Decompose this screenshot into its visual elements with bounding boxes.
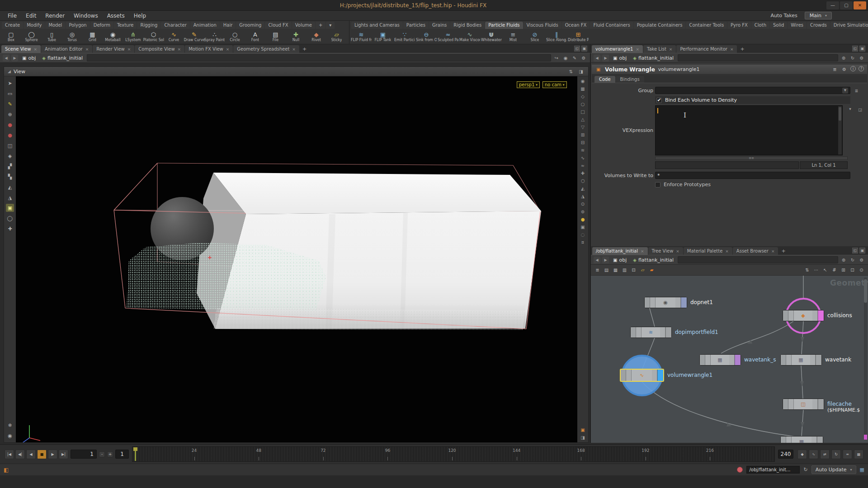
shelf-tab-cloth[interactable]: Cloth (751, 22, 769, 29)
shelf-tool-sculpted-pa[interactable]: ≈Sculpted Pa... (437, 31, 459, 42)
diagonal-icon[interactable]: ◇ (581, 94, 585, 99)
breadcrumb-node[interactable]: ◈flattank_initial (631, 257, 676, 263)
shelf-tab-texture[interactable]: Texture (114, 22, 137, 29)
breadcrumb-context[interactable]: ▣obj (20, 55, 38, 61)
down-axis-icon[interactable]: ▽ (581, 124, 585, 130)
template-flag[interactable] (652, 370, 657, 381)
lock-flag[interactable] (705, 355, 711, 365)
viewport-canvas[interactable]: persp1▾ no cam▾ (16, 76, 577, 442)
back-icon[interactable]: ◀ (594, 257, 600, 263)
network-tab-tree-view[interactable]: Tree View× (648, 247, 683, 255)
shelf-tab-add[interactable]: + (316, 22, 326, 29)
remove-view-icon[interactable]: ⊟ (581, 140, 585, 145)
shelf-tab-character[interactable]: Character (161, 22, 189, 29)
view-options-icon[interactable]: ◉ (581, 78, 585, 84)
dashed-display-icon[interactable]: ◌ (581, 232, 585, 238)
export-view-icon[interactable]: ↪ (553, 54, 560, 61)
collapse-caret-icon[interactable]: ◢ (8, 69, 11, 74)
tab-close-icon[interactable]: × (730, 47, 734, 52)
node-wavetank_s[interactable]: ▦ (699, 354, 741, 366)
loop-icon[interactable]: ⇄ (820, 450, 830, 459)
maximize-pane-icon[interactable]: ▣ (581, 46, 587, 52)
playbar-options-icon[interactable]: ≡ (843, 450, 852, 459)
enforce-checkbox[interactable]: ✔ (655, 182, 660, 188)
shelf-tool-grid[interactable]: ▦Grid (82, 31, 103, 42)
template-flag[interactable] (675, 297, 681, 308)
snap-icon[interactable]: ◈ (6, 152, 14, 160)
settings-icon[interactable]: ⚙ (858, 256, 865, 263)
step-forward-button[interactable]: ▶| (59, 450, 68, 459)
info-icon[interactable]: i (850, 66, 856, 71)
menu-assets[interactable]: Assets (103, 12, 129, 20)
spreadsheet-icon[interactable]: ▦ (860, 467, 864, 473)
shelf-tab-lights-and-cameras[interactable]: Lights and Cameras (351, 22, 403, 29)
shelf-tool-metaball[interactable]: ◉Metaball (103, 31, 123, 42)
lock-flag[interactable] (786, 355, 792, 365)
lock-flag[interactable] (650, 297, 656, 308)
shelf-tool-sink-from-o[interactable]: ⊖Sink from O... (415, 31, 437, 42)
backfaces-icon[interactable]: ◮ (6, 193, 14, 202)
column-mode-icon[interactable]: ▥ (621, 266, 628, 274)
breadcrumb-node[interactable]: ◈flattank_initial (40, 55, 85, 61)
crosshair-icon[interactable]: ✚ (581, 170, 585, 176)
snapshot-view-icon[interactable]: ◨ (580, 435, 585, 441)
motion-icon[interactable]: ∿ (809, 450, 818, 459)
shelf-tab-particles[interactable]: Particles (403, 22, 429, 29)
shelf-tool-box[interactable]: ▢Box (1, 31, 21, 42)
network-tab-obj-flattank-initial[interactable]: /obj/flattank_initial× (592, 247, 648, 255)
sync-icon[interactable]: ↻ (849, 54, 856, 61)
split-pane-icon[interactable]: ◱ (574, 46, 580, 52)
handles-display-icon[interactable]: ¤ (581, 239, 584, 245)
shelf-tool-distribute-p[interactable]: ⊞Distribute P... (567, 31, 589, 42)
display-flag[interactable] (816, 355, 821, 365)
menu-windows[interactable]: Windows (70, 12, 102, 20)
display-flag[interactable] (735, 355, 741, 365)
layout-icon[interactable]: ◫ (6, 141, 14, 150)
tab-close-icon[interactable]: × (771, 249, 775, 253)
shelf-tab-deform[interactable]: Deform (90, 22, 113, 29)
menu-render[interactable]: Render (41, 12, 69, 20)
tab-scene-view[interactable]: Scene View× (1, 45, 41, 53)
hexagon-icon[interactable]: ⬡ (581, 178, 585, 184)
maximize-button[interactable]: ▢ (840, 1, 853, 9)
editor-resize-handle[interactable]: ≡≡ (655, 156, 848, 160)
collapse-icon[interactable]: ⊟ (630, 266, 637, 274)
shelf-tab-grooming[interactable]: Grooming (236, 22, 264, 29)
frame-ruler[interactable]: 24487296120144168192216 (132, 446, 775, 462)
expand-editor-icon[interactable]: ◲ (857, 106, 863, 113)
camera-fallback-menu[interactable]: no cam▾ (542, 81, 567, 88)
input-flag[interactable] (781, 436, 786, 443)
tab-animation-editor[interactable]: Animation Editor× (41, 45, 92, 53)
pin-icon[interactable]: ⊕ (840, 256, 847, 263)
recook-icon[interactable]: ↻ (803, 467, 807, 473)
input-flag[interactable] (631, 327, 636, 338)
path-input[interactable] (87, 54, 551, 61)
shelf-tab-ocean-fx[interactable]: Ocean FX (562, 22, 590, 29)
shelf-tab-particle-fluids[interactable]: Particle Fluids (485, 22, 523, 29)
shelf-tool-draw-curve[interactable]: ✎Draw Curve (184, 31, 204, 42)
normals-right-icon[interactable]: ◮ (581, 193, 585, 199)
network-scrollbar[interactable] (864, 277, 867, 440)
layout-split-icon[interactable]: ⇅ (567, 68, 575, 75)
grid-toggle-icon[interactable]: ▦ (580, 86, 585, 92)
current-frame-input[interactable]: 1 (71, 450, 97, 459)
shelf-tab-model[interactable]: Model (45, 22, 65, 29)
tab-close-icon[interactable]: × (641, 249, 644, 253)
point2-display-icon[interactable]: ⊚ (581, 209, 585, 215)
node-dopnet1[interactable]: ◉ (644, 297, 687, 308)
back-icon[interactable]: ◀ (3, 55, 9, 61)
lock-flag[interactable] (626, 370, 632, 381)
display-flag[interactable] (665, 327, 671, 338)
shelf-tab-rigid-bodies[interactable]: Rigid Bodies (450, 22, 485, 29)
grid-icon[interactable]: ⊞ (840, 266, 847, 274)
shelf-tool-sphere[interactable]: ◯Sphere (21, 31, 42, 42)
forward-icon[interactable]: ▶ (602, 55, 609, 61)
shelf-tool-circle[interactable]: ○Circle (225, 31, 245, 42)
tab-performance-monitor[interactable]: Performance Monitor× (676, 45, 737, 53)
group-menu-icon[interactable]: ≣ (853, 87, 860, 94)
help-icon[interactable]: ? (859, 66, 864, 71)
input-flag[interactable] (700, 355, 705, 365)
tab-motion-fx-view[interactable]: Motion FX View× (185, 45, 233, 53)
shelf-tool-whitewater[interactable]: ⋓Whitewater (481, 31, 502, 42)
shelf-tabs-more-icon[interactable]: ▾ (326, 22, 335, 29)
